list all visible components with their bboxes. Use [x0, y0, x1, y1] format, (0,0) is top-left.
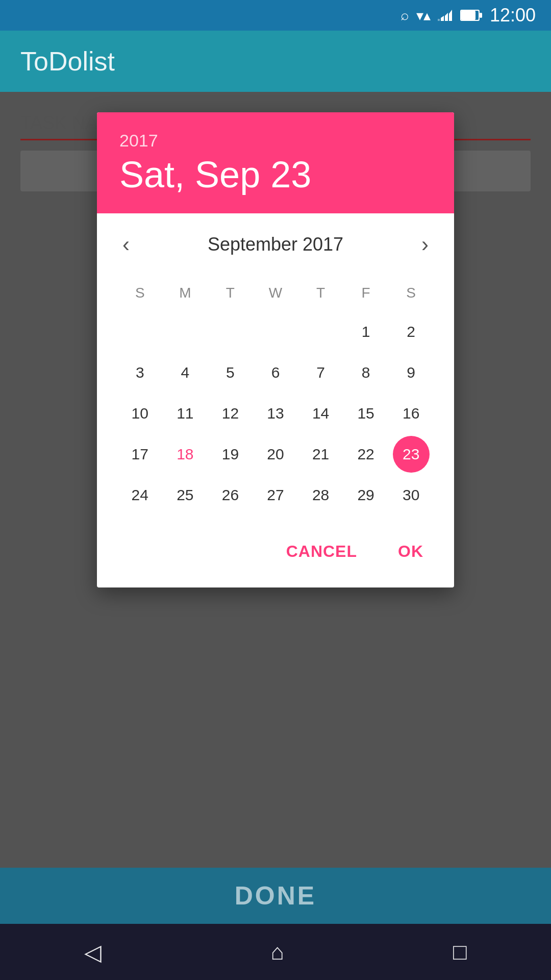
calendar-day[interactable]: 1 [347, 313, 384, 350]
date-picker-dialog: 2017 Sat, Sep 23 ‹ September 2017 › S M … [97, 112, 454, 587]
svg-marker-3 [438, 19, 440, 21]
next-month-button[interactable]: › [416, 229, 434, 260]
calendar-day[interactable]: 25 [167, 477, 204, 513]
calendar-day[interactable]: 21 [303, 436, 339, 473]
ok-button[interactable]: OK [383, 534, 439, 569]
calendar-day[interactable]: 12 [212, 395, 248, 432]
calendar-day[interactable]: 22 [347, 436, 384, 473]
calendar-day[interactable]: 14 [303, 395, 339, 432]
day-header-sun: S [117, 281, 163, 305]
calendar-day [121, 313, 158, 350]
home-icon[interactable]: ⌂ [270, 939, 284, 965]
status-bar: ⌕ ▾▴ 12:00 [0, 0, 551, 31]
calendar-grid: 1234567891011121314151617181920212223242… [117, 313, 434, 513]
calendar-day[interactable]: 30 [393, 477, 430, 513]
prev-month-button[interactable]: ‹ [117, 229, 135, 260]
calendar-day[interactable]: 10 [121, 395, 158, 432]
day-header-sat: S [388, 281, 434, 305]
svg-rect-7 [461, 11, 475, 20]
calendar-day[interactable]: 15 [347, 395, 384, 432]
calendar-day[interactable]: 9 [393, 354, 430, 391]
calendar-day[interactable]: 23 [393, 436, 430, 473]
month-nav: ‹ September 2017 › [117, 229, 434, 260]
app-title: ToDolist [20, 46, 115, 77]
day-headers: S M T W T F S [117, 281, 434, 305]
dialog-year: 2017 [119, 131, 432, 151]
app-bar: ToDolist [0, 31, 551, 92]
calendar-day[interactable]: 28 [303, 477, 339, 513]
dialog-date-formatted: Sat, Sep 23 [119, 155, 432, 195]
dialog-overlay: 2017 Sat, Sep 23 ‹ September 2017 › S M … [0, 92, 551, 868]
calendar: ‹ September 2017 › S M T W T F S 1234567… [97, 213, 454, 524]
calendar-day [167, 313, 204, 350]
day-header-tue: T [208, 281, 253, 305]
calendar-day[interactable]: 17 [121, 436, 158, 473]
calendar-day[interactable]: 19 [212, 436, 248, 473]
svg-marker-1 [445, 13, 448, 21]
day-header-thu: T [298, 281, 343, 305]
done-button[interactable]: DONE [235, 881, 316, 911]
calendar-day[interactable]: 27 [257, 477, 294, 513]
calendar-day[interactable]: 7 [303, 354, 339, 391]
status-icons: ⌕ ▾▴ 12:00 [400, 5, 536, 26]
calendar-day[interactable]: 3 [121, 354, 158, 391]
day-header-mon: M [163, 281, 208, 305]
main-content: 2017 Sat, Sep 23 ‹ September 2017 › S M … [0, 92, 551, 868]
day-header-wed: W [253, 281, 298, 305]
calendar-day[interactable]: 20 [257, 436, 294, 473]
calendar-day [257, 313, 294, 350]
calendar-day[interactable]: 13 [257, 395, 294, 432]
calendar-day[interactable]: 4 [167, 354, 204, 391]
recents-icon[interactable]: □ [453, 939, 467, 965]
month-title: September 2017 [208, 234, 343, 255]
battery-icon [460, 9, 483, 22]
calendar-day[interactable]: 29 [347, 477, 384, 513]
day-header-fri: F [343, 281, 389, 305]
calendar-day[interactable]: 24 [121, 477, 158, 513]
calendar-day [303, 313, 339, 350]
dialog-actions: CANCEL OK [97, 524, 454, 587]
nav-bar: ◁ ⌂ □ [0, 924, 551, 980]
calendar-day[interactable]: 2 [393, 313, 430, 350]
calendar-day[interactable]: 16 [393, 395, 430, 432]
calendar-day[interactable]: 18 [167, 436, 204, 473]
back-icon[interactable]: ◁ [84, 939, 102, 965]
calendar-day[interactable]: 26 [212, 477, 248, 513]
wifi-icon: ▾▴ [416, 7, 431, 24]
svg-marker-2 [441, 16, 444, 21]
calendar-day [212, 313, 248, 350]
calendar-day[interactable]: 8 [347, 354, 384, 391]
location-icon: ⌕ [400, 7, 409, 23]
done-bar: DONE [0, 868, 551, 924]
calendar-day[interactable]: 6 [257, 354, 294, 391]
svg-marker-0 [449, 10, 452, 21]
svg-rect-5 [480, 13, 482, 18]
signal-icon [438, 8, 453, 23]
calendar-day[interactable]: 11 [167, 395, 204, 432]
status-time: 12:00 [490, 5, 536, 26]
cancel-button[interactable]: CANCEL [271, 534, 372, 569]
calendar-day[interactable]: 5 [212, 354, 248, 391]
dialog-header: 2017 Sat, Sep 23 [97, 112, 454, 213]
